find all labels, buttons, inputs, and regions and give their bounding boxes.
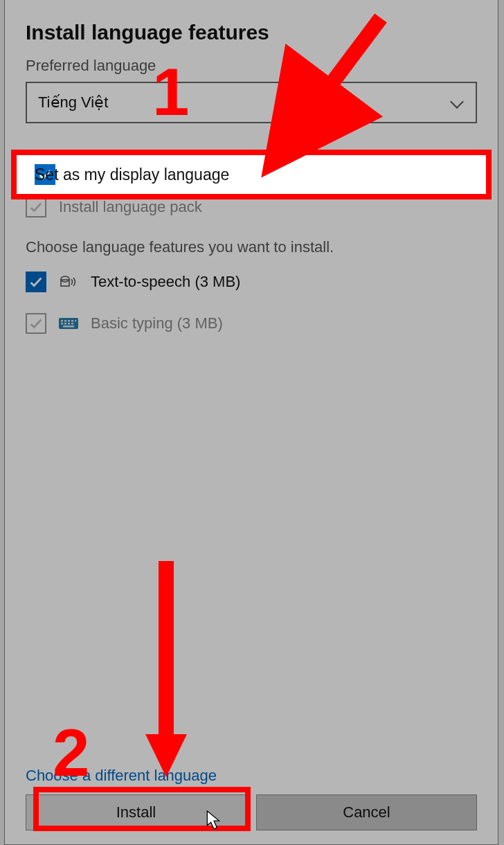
install-language-dialog: Install language features Preferred lang… (4, 0, 498, 845)
chevron-down-icon (451, 96, 465, 109)
keyboard-icon (59, 316, 78, 331)
install-button[interactable]: Install (26, 794, 246, 830)
preferred-language-dropdown[interactable]: Tiếng Việt (26, 82, 477, 123)
svg-point-1 (61, 276, 69, 282)
svg-rect-7 (75, 320, 76, 322)
cancel-button[interactable]: Cancel (256, 794, 477, 830)
svg-rect-9 (64, 323, 66, 325)
feature-label: Basic typing (3 MB) (91, 314, 223, 332)
svg-rect-11 (71, 323, 73, 325)
option-label: Install language pack (59, 198, 202, 216)
option-set-display-language[interactable]: Set as my display language (26, 147, 477, 176)
dialog-title: Install language features (26, 21, 477, 44)
svg-rect-12 (63, 326, 74, 328)
preferred-language-label: Preferred language (26, 57, 477, 75)
svg-rect-3 (61, 320, 63, 322)
svg-rect-4 (64, 320, 66, 322)
checkbox-disabled-icon (26, 313, 46, 334)
dropdown-selected-value: Tiếng Việt (38, 94, 108, 112)
dialog-buttons: Install Cancel (26, 794, 477, 830)
choose-different-language-link[interactable]: Choose a different language (26, 767, 477, 785)
option-install-language-pack: Install language pack (26, 193, 477, 222)
feature-label: Text-to-speech (3 MB) (91, 273, 240, 291)
svg-rect-6 (71, 320, 73, 322)
svg-rect-5 (68, 320, 70, 322)
checkbox-checked-icon (26, 151, 46, 172)
feature-basic-typing: Basic typing (3 MB) (26, 309, 477, 338)
choose-features-label: Choose language features you want to ins… (26, 238, 477, 256)
option-label: Set as my display language (59, 152, 245, 170)
svg-rect-8 (61, 323, 63, 325)
checkbox-checked-icon (26, 272, 46, 292)
feature-text-to-speech[interactable]: Text-to-speech (3 MB) (26, 267, 477, 296)
checkbox-disabled-icon (26, 197, 46, 217)
svg-rect-10 (68, 323, 70, 325)
speech-icon (59, 274, 78, 290)
